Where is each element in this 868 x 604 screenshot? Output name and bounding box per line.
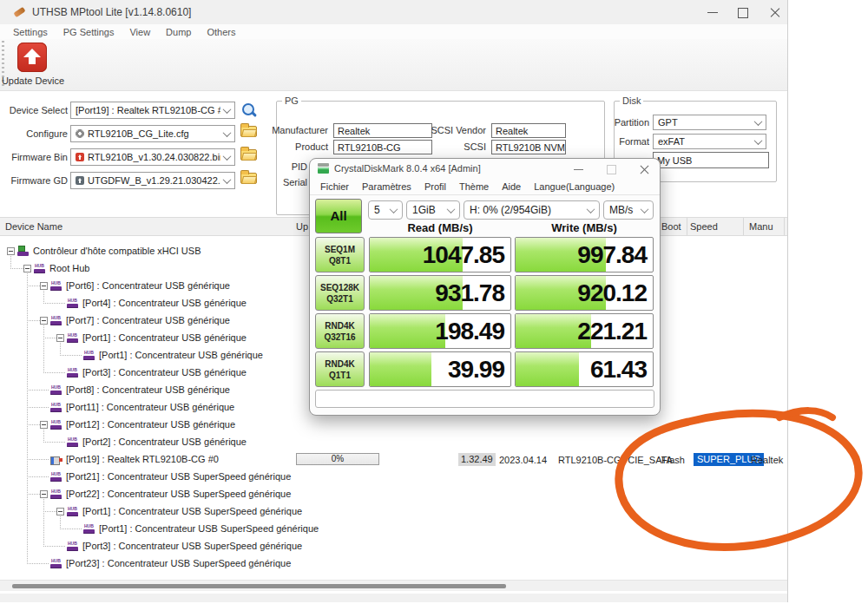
search-button[interactable] bbox=[240, 102, 260, 118]
pg-field-label: Product bbox=[260, 140, 328, 154]
firmware-bin-select[interactable]: RTL9210B_v1.30.24.030822.bin bbox=[70, 148, 235, 166]
pid-label: PID bbox=[260, 160, 307, 174]
tree-row[interactable]: [Port22] : Concentrateur USB SuperSpeed … bbox=[0, 486, 787, 503]
expand-collapse-box[interactable] bbox=[56, 508, 64, 515]
tree-connector bbox=[27, 563, 49, 564]
cdm-run-count-select[interactable]: 5 bbox=[368, 200, 403, 220]
update-device-label: Update Device bbox=[0, 76, 66, 86]
chevron-down-icon bbox=[223, 105, 232, 114]
product-field[interactable]: RTL9210B-CG bbox=[333, 140, 432, 154]
menu-item-others[interactable]: Others bbox=[199, 27, 243, 37]
cdm-menu-item[interactable]: Profil bbox=[424, 181, 446, 192]
partition-select[interactable]: GPT bbox=[653, 115, 766, 130]
col-boot[interactable]: Boot bbox=[661, 221, 681, 232]
scsi-product-field[interactable]: RTL9210B NVME bbox=[491, 140, 566, 154]
cdm-test-size-select[interactable]: 1GiB bbox=[406, 200, 460, 220]
partition-label: Partition bbox=[599, 115, 649, 130]
hub-icon bbox=[50, 489, 63, 501]
device-select-select[interactable]: [Port19] : Realtek RTL9210B-CG #0 bbox=[70, 102, 235, 119]
titlebar: UTHSB MPtool Lite [v1.14.8.0610] bbox=[0, 0, 787, 24]
firmware-date-cell: 2023.04.14 bbox=[499, 454, 547, 467]
horizontal-scrollbar[interactable] bbox=[0, 580, 787, 591]
screenshot-canvas: UTHSB MPtool Lite [v1.14.8.0610] Setting… bbox=[0, 0, 868, 604]
cdm-test-label-seq1m-q8t1[interactable]: SEQ1MQ8T1 bbox=[315, 237, 365, 272]
tree-row[interactable]: [Port12] : Concentrateur USB générique bbox=[0, 417, 787, 434]
cdm-write-header: Write (MB/s) bbox=[515, 221, 654, 234]
cdm-test-label-rnd4k-q1t1[interactable]: RND4KQ1T1 bbox=[315, 351, 365, 387]
tree-row[interactable]: [Port2] : Concentrateur USB générique bbox=[0, 434, 787, 451]
cdm-read-result-cell: 931.78 bbox=[369, 275, 511, 311]
configure-select[interactable]: RTL9210B_CG_Lite.cfg bbox=[70, 125, 235, 142]
tree-row[interactable]: [Port1] : Concentrateur USB SuperSpeed g… bbox=[0, 503, 787, 521]
tree-connector bbox=[43, 442, 65, 443]
expand-collapse-box[interactable] bbox=[40, 317, 48, 325]
cdm-menu-bar: FichierParamètresProfilThèmeAideLangue(L… bbox=[310, 178, 660, 195]
hub-icon bbox=[50, 471, 63, 483]
menu-item-pg-settings[interactable]: PG Settings bbox=[56, 27, 122, 37]
result-value: 61.43 bbox=[590, 352, 647, 386]
tree-connector bbox=[27, 476, 49, 477]
cdm-close-button[interactable] bbox=[633, 159, 657, 178]
col-speed[interactable]: Speed bbox=[690, 221, 718, 232]
format-select[interactable]: exFAT bbox=[653, 134, 766, 149]
cdm-read-result-cell: 1047.85 bbox=[369, 237, 511, 272]
menu-item-dump[interactable]: Dump bbox=[158, 27, 199, 37]
col-manu[interactable]: Manu bbox=[749, 221, 773, 232]
cdm-minimize-button[interactable] bbox=[567, 159, 591, 178]
tree-connector bbox=[43, 546, 65, 547]
cdm-write-result-cell: 61.43 bbox=[515, 351, 654, 387]
col-device-name[interactable]: Device Name bbox=[5, 221, 62, 232]
volume-label-input[interactable]: My USB bbox=[653, 152, 769, 168]
tree-connector bbox=[27, 494, 40, 495]
maximize-button[interactable] bbox=[729, 0, 757, 24]
cdm-app-icon bbox=[318, 163, 329, 174]
cdm-test-label-rnd4k-q32t16[interactable]: RND4KQ32T16 bbox=[315, 313, 365, 349]
hub-icon bbox=[50, 419, 63, 431]
tree-row[interactable]: [Port23] : Concentrateur USB SuperSpeed … bbox=[0, 555, 787, 573]
cdm-menu-item[interactable]: Paramètres bbox=[362, 181, 411, 192]
scrollbar-thumb[interactable] bbox=[12, 584, 506, 588]
tree-row[interactable]: [Port3] : Concentrateur USB SuperSpeed g… bbox=[0, 538, 787, 555]
cdm-test-label-seq128k-q32t1[interactable]: SEQ128KQ32T1 bbox=[315, 275, 365, 311]
tree-row[interactable]: [Port21] : Concentrateur USB SuperSpeed … bbox=[0, 469, 787, 486]
minimize-button[interactable] bbox=[699, 0, 727, 24]
hub-icon bbox=[83, 523, 96, 535]
expand-collapse-box[interactable] bbox=[40, 421, 48, 429]
cdm-comment-box[interactable] bbox=[315, 390, 654, 408]
hub-icon bbox=[67, 298, 80, 310]
cdm-read-header: Read (MB/s) bbox=[369, 221, 511, 234]
tree-node-label: [Port7] : Concentrateur USB générique bbox=[66, 315, 230, 325]
window-title: UTHSB MPtool Lite [v1.14.8.0610] bbox=[32, 6, 191, 18]
folder-icon bbox=[240, 149, 257, 161]
folder-button[interactable] bbox=[240, 149, 260, 165]
update-device-button[interactable]: Update Device bbox=[0, 39, 66, 90]
manufacturer-field[interactable]: Realtek bbox=[333, 123, 432, 138]
tree-row[interactable]: [Port19] : Realtek RTL9210B-CG #00%1.32.… bbox=[0, 451, 787, 469]
expand-collapse-box[interactable] bbox=[7, 247, 15, 255]
hub-icon bbox=[67, 332, 80, 345]
tree-connector bbox=[43, 511, 56, 512]
expand-collapse-box[interactable] bbox=[40, 490, 48, 498]
scsi-vendor-field[interactable]: Realtek bbox=[491, 123, 566, 138]
folder-button[interactable] bbox=[240, 173, 260, 188]
cdm-target-drive-select[interactable]: H: 0% (2/954GiB) bbox=[464, 200, 600, 220]
tree-row[interactable]: [Port1] : Concentrateur USB SuperSpeed g… bbox=[0, 521, 787, 538]
cdm-menu-item[interactable]: Langue(Language) bbox=[534, 181, 615, 192]
col-update[interactable]: Up bbox=[296, 221, 308, 232]
menu-item-settings[interactable]: Settings bbox=[5, 27, 56, 37]
menu-item-view[interactable]: View bbox=[122, 27, 158, 37]
cdm-menu-item[interactable]: Thème bbox=[459, 181, 489, 192]
close-button[interactable] bbox=[761, 0, 789, 24]
cdm-menu-item[interactable]: Fichier bbox=[320, 181, 349, 192]
cdm-all-button[interactable]: All bbox=[315, 199, 362, 233]
chevron-down-icon bbox=[223, 128, 232, 137]
firmware-gd-select[interactable]: UTGDFW_B_v1.29.21.030422.bin bbox=[70, 172, 235, 189]
cdm-menu-item[interactable]: Aide bbox=[502, 181, 521, 192]
expand-collapse-box[interactable] bbox=[40, 282, 48, 290]
expand-collapse-box[interactable] bbox=[56, 334, 64, 342]
folder-button[interactable] bbox=[240, 126, 260, 141]
usb-icon bbox=[50, 454, 63, 466]
column-separator bbox=[743, 218, 744, 235]
cdm-unit-select[interactable]: MB/s bbox=[603, 200, 654, 220]
expand-collapse-box[interactable] bbox=[23, 265, 31, 272]
